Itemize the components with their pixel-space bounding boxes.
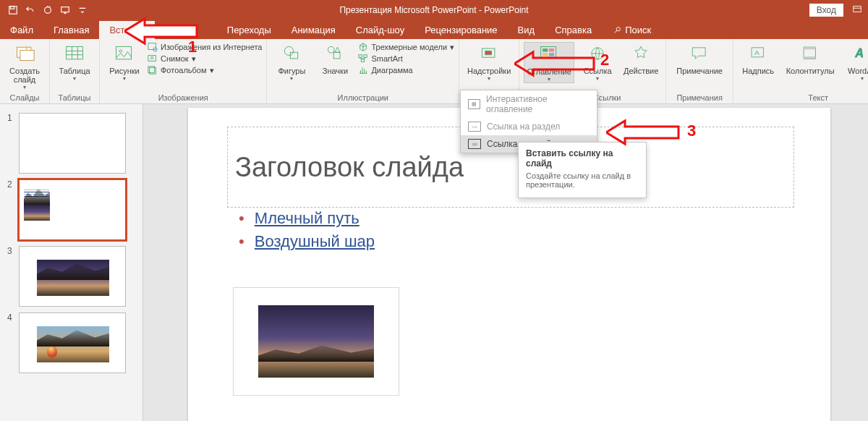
smartart-label: SmartArt	[371, 54, 402, 63]
svg-rect-4	[854, 6, 861, 12]
svg-rect-7	[20, 51, 34, 61]
thumbnail-2[interactable]: 2 ——————————————	[0, 177, 142, 243]
landscape-image	[258, 305, 374, 378]
svg-rect-25	[485, 51, 492, 55]
svg-rect-22	[364, 55, 367, 58]
section-link-icon: ▭	[468, 122, 481, 132]
group-tables: Таблица▾ Таблицы	[50, 39, 100, 103]
grid-icon: ▦	[468, 99, 480, 109]
svg-rect-35	[804, 47, 815, 49]
toc-button[interactable]: Оглавление▾	[524, 42, 574, 83]
svg-rect-8	[67, 46, 83, 59]
tab-search-label: Поиск	[625, 25, 651, 35]
svg-text:A: A	[854, 46, 864, 59]
photo-album-button[interactable]: Фотоальбом ▾	[148, 65, 262, 75]
pictures-button[interactable]: Рисунки▾	[104, 42, 145, 82]
comment-button[interactable]: Примечание	[671, 42, 728, 75]
svg-point-10	[119, 50, 122, 53]
title-bar: Презентация Microsoft PowerPoint - Power…	[0, 0, 868, 20]
action-label: Действие	[624, 67, 658, 75]
tab-insert[interactable]: Вставка	[99, 21, 154, 39]
group-text-label: Текст	[738, 92, 868, 102]
group-images: Рисунки▾ Изображения из Интернета Снимок…	[100, 39, 267, 103]
dropdown-section-link: ▭Ссылка на раздел	[461, 118, 597, 135]
group-comments-label: Примечания	[671, 92, 728, 102]
tab-slideshow[interactable]: Слайд-шоу	[346, 21, 414, 39]
svg-rect-11	[148, 43, 156, 50]
content-placeholder[interactable]: Млечный путь Воздушный шар	[239, 209, 375, 255]
bullet-link-2[interactable]: Воздушный шар	[255, 232, 375, 250]
tab-file[interactable]: Файл	[0, 21, 43, 39]
quick-access-toolbar	[0, 4, 88, 16]
table-button[interactable]: Таблица▾	[54, 42, 95, 82]
screenshot-label: Снимок	[161, 54, 189, 63]
new-slide-button[interactable]: Создать слайд ▾	[4, 42, 45, 90]
comment-label: Примечание	[676, 67, 723, 75]
tab-view[interactable]: Вид	[508, 21, 545, 39]
svg-rect-28	[549, 48, 554, 51]
headerfooter-button[interactable]: Колонтитулы	[781, 42, 839, 75]
tab-home[interactable]: Главная	[43, 21, 99, 39]
svg-rect-3	[61, 7, 69, 12]
workspace: 1 2 —————————————— 3 4 Заголовок слайда …	[0, 104, 868, 421]
textbox-button[interactable]: A Надпись	[738, 42, 778, 75]
dropdown-interactive-toc: ▦Интерактивное оглавление	[461, 90, 597, 118]
thumb-number: 2	[7, 179, 14, 190]
smartart-button[interactable]: SmartArt	[358, 54, 454, 64]
textbox-label: Надпись	[742, 67, 774, 75]
thumb-number: 3	[7, 246, 14, 256]
tab-help[interactable]: Справка	[545, 21, 602, 39]
wordart-button[interactable]: A WordArt▾	[842, 42, 868, 82]
tab-review[interactable]: Рецензирование	[414, 21, 507, 39]
svg-rect-23	[362, 59, 365, 62]
svg-point-2	[45, 7, 51, 14]
svg-text:A: A	[754, 48, 760, 56]
3d-models-label: Трехмерные модели	[371, 43, 447, 51]
undo-icon[interactable]	[25, 4, 36, 16]
thumbnail-3[interactable]: 3	[0, 243, 142, 310]
3d-models-button[interactable]: Трехмерные модели ▾	[358, 42, 454, 52]
pictures-label: Рисунки	[109, 67, 140, 75]
chart-label: Диаграмма	[371, 66, 412, 75]
link-button[interactable]: Ссылка▾	[577, 42, 618, 82]
ribbon-display-icon[interactable]	[852, 4, 862, 17]
svg-rect-27	[542, 48, 548, 51]
svg-rect-20	[334, 52, 341, 59]
svg-rect-18	[291, 52, 299, 59]
thumbnail-4[interactable]: 4	[0, 310, 142, 376]
bullet-link-1[interactable]: Млечный путь	[255, 209, 359, 227]
tab-animation[interactable]: Анимация	[281, 21, 346, 39]
online-pictures-button[interactable]: Изображения из Интернета	[148, 42, 262, 52]
group-images-label: Изображения	[104, 92, 262, 102]
group-illustrations-label: Иллюстрации	[271, 92, 454, 102]
svg-rect-21	[359, 55, 362, 58]
addins-button[interactable]: Надстройки▾	[464, 42, 514, 82]
svg-rect-26	[541, 47, 556, 59]
start-slideshow-icon[interactable]	[59, 4, 71, 16]
icons-label: Значки	[323, 67, 348, 75]
qat-more-icon[interactable]	[77, 4, 88, 16]
chart-button[interactable]: Диаграмма	[358, 65, 454, 75]
photo-album-label: Фотоальбом	[161, 66, 207, 75]
slide-link-icon: ▭	[468, 139, 481, 149]
icons-button[interactable]: Значки	[315, 42, 355, 75]
addins-label: Надстройки	[467, 67, 511, 75]
tooltip-title: Вставить ссылку на слайд	[526, 148, 639, 169]
tab-transitions[interactable]: Переходы	[155, 21, 281, 39]
login-button[interactable]: Вход	[809, 4, 843, 17]
tab-search[interactable]: Поиск	[602, 21, 661, 39]
save-icon[interactable]	[7, 4, 19, 16]
screenshot-button[interactable]: Снимок ▾	[148, 54, 262, 64]
thumb-number: 4	[7, 312, 14, 323]
svg-rect-1	[11, 7, 14, 9]
image-placeholder[interactable]	[233, 287, 399, 396]
svg-rect-30	[549, 53, 554, 56]
thumb-number: 1	[7, 113, 14, 123]
group-text: A Надпись Колонтитулы A WordArt▾ # Текст	[733, 39, 868, 103]
thumbnail-1[interactable]: 1	[0, 110, 142, 177]
redo-icon[interactable]	[42, 4, 54, 16]
shapes-button[interactable]: Фигуры▾	[271, 42, 312, 82]
tooltip-body: Создайте ссылку на слайд в презентации.	[526, 171, 631, 189]
window-title: Презентация Microsoft PowerPoint - Power…	[0, 5, 868, 15]
action-button[interactable]: Действие	[621, 42, 661, 75]
